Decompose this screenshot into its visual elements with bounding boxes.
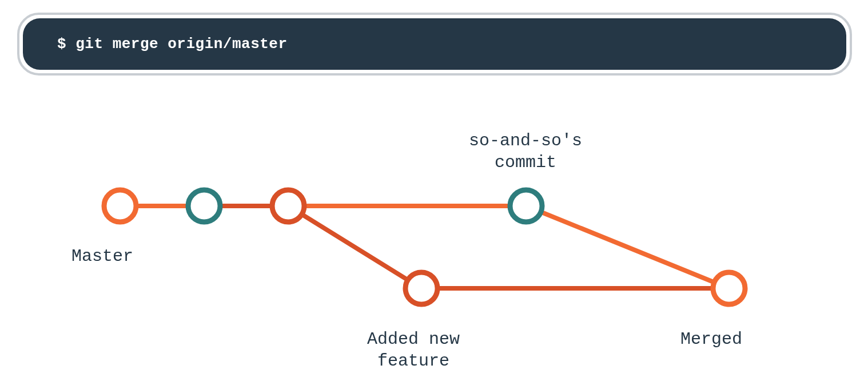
label-added-feature: Added new feature bbox=[367, 329, 460, 372]
node-fork bbox=[272, 190, 304, 222]
node-soandso bbox=[510, 190, 542, 222]
label-master: Master bbox=[71, 246, 133, 268]
terminal: $ git merge origin/master bbox=[23, 18, 846, 70]
label-merged: Merged bbox=[680, 329, 742, 351]
terminal-prompt: $ bbox=[57, 35, 75, 53]
terminal-command: git merge origin/master bbox=[75, 35, 287, 53]
node-master bbox=[104, 190, 136, 222]
node-feature bbox=[405, 272, 437, 304]
edge-fork-feature bbox=[302, 215, 408, 280]
label-so-and-so: so-and-so's commit bbox=[469, 130, 582, 173]
terminal-frame: $ git merge origin/master bbox=[17, 13, 852, 76]
node-teal1 bbox=[188, 190, 220, 222]
node-merged bbox=[713, 272, 745, 304]
git-merge-diagram: Master so-and-so's commit Added new feat… bbox=[0, 114, 868, 381]
edge-soandso-merged bbox=[541, 212, 714, 283]
